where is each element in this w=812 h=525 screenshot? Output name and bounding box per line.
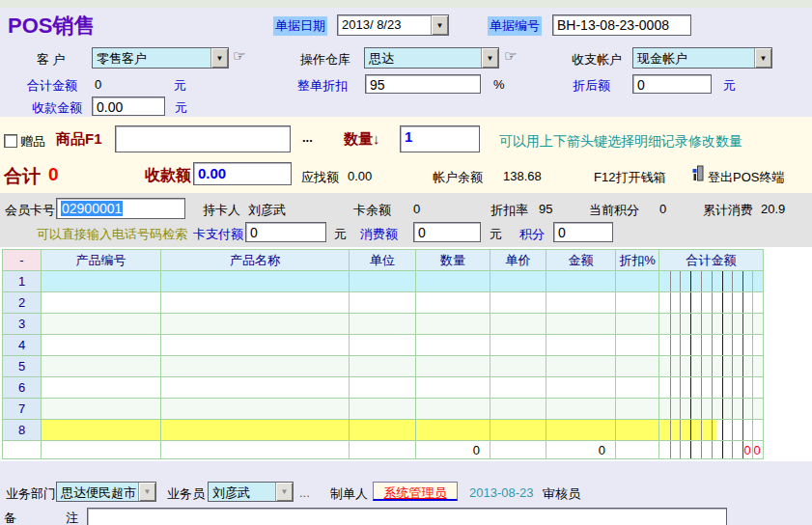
grid-cell[interactable]	[659, 271, 764, 292]
maker-value-box[interactable]: 系统管理员	[373, 482, 458, 501]
grid-cell[interactable]	[42, 420, 161, 441]
grid-cell[interactable]	[659, 292, 764, 314]
grid-cell[interactable]	[42, 399, 161, 420]
grid-cell[interactable]	[490, 356, 546, 377]
open-drawer-button[interactable]: F12打开钱箱	[594, 169, 665, 186]
chevron-down-icon[interactable]: ▼	[431, 15, 448, 35]
salesman-combobox[interactable]: 刘彦武 ▼	[208, 482, 294, 502]
grid-cell[interactable]	[350, 335, 416, 356]
logout-button[interactable]: 登出POS终端	[708, 169, 784, 186]
grid-cell[interactable]	[490, 292, 546, 314]
grid-cell[interactable]	[416, 314, 490, 335]
product-lookup-button[interactable]: ...	[302, 130, 313, 145]
grid-cell[interactable]	[546, 377, 616, 399]
grid-cell[interactable]	[161, 356, 350, 377]
row-number-cell[interactable]: 3	[3, 314, 42, 335]
grid-cell[interactable]	[546, 420, 616, 441]
grid-cell[interactable]	[616, 399, 659, 420]
doc-date-combobox[interactable]: 2013/ 8/23 ▼	[337, 14, 449, 36]
remark-input[interactable]	[87, 508, 727, 525]
chevron-down-icon[interactable]: ▼	[210, 48, 228, 68]
received-amount-input[interactable]: 0.00	[92, 97, 165, 116]
grid-cell[interactable]	[161, 399, 350, 420]
chevron-down-icon[interactable]: ▼	[754, 48, 771, 68]
grid-cell[interactable]	[42, 377, 161, 399]
doc-number-input[interactable]: BH-13-08-23-0008	[552, 14, 691, 36]
grid-cell[interactable]	[416, 420, 490, 441]
grid-cell[interactable]	[350, 314, 416, 335]
customer-combobox[interactable]: 零售客户 ▼	[92, 47, 229, 69]
receipt-input[interactable]: 0.00	[193, 162, 292, 185]
grid-cell[interactable]	[490, 399, 546, 420]
warehouse-combobox[interactable]: 思达 ▼	[364, 47, 499, 69]
grid-cell[interactable]	[161, 271, 350, 292]
row-number-cell[interactable]: 1	[3, 271, 42, 292]
grid-cell[interactable]	[350, 271, 416, 292]
quantity-input[interactable]: 1	[400, 125, 480, 152]
grid-cell[interactable]	[616, 420, 659, 441]
grid-cell[interactable]	[659, 399, 764, 420]
chevron-down-icon[interactable]: ▼	[275, 483, 293, 501]
grid-cell[interactable]	[416, 271, 490, 292]
grid-cell[interactable]	[616, 292, 659, 314]
grid-cell[interactable]	[416, 356, 490, 377]
grid-cell[interactable]	[42, 356, 161, 377]
grid-cell[interactable]	[616, 335, 659, 356]
row-number-cell[interactable]: 7	[3, 399, 42, 420]
card-pay-input[interactable]: 0	[245, 222, 326, 242]
grid-cell[interactable]	[350, 377, 416, 399]
grid-cell[interactable]	[350, 420, 416, 441]
grid-cell[interactable]	[42, 292, 161, 314]
department-combobox[interactable]: 思达便民超市 ▼	[56, 482, 156, 502]
grid-cell[interactable]	[546, 399, 616, 420]
grid-cell[interactable]	[616, 314, 659, 335]
account-combobox[interactable]: 现金帐户 ▼	[632, 47, 772, 69]
order-discount-input[interactable]: 95	[365, 74, 481, 94]
grid-cell[interactable]	[416, 335, 490, 356]
grid-cell[interactable]	[546, 314, 616, 335]
row-number-cell[interactable]: 5	[3, 356, 42, 377]
row-number-cell[interactable]: 6	[3, 377, 42, 399]
row-number-cell[interactable]: 8	[3, 420, 42, 441]
after-discount-input[interactable]: 0	[632, 74, 712, 94]
grid-cell[interactable]	[416, 377, 490, 399]
consume-input[interactable]: 0	[413, 222, 481, 242]
grid-cell[interactable]	[659, 335, 764, 356]
grid-cell[interactable]	[546, 292, 616, 314]
grid-cell[interactable]	[42, 271, 161, 292]
grid-cell[interactable]	[161, 377, 350, 399]
grid-cell[interactable]	[546, 271, 616, 292]
member-card-input[interactable]: 02900001	[56, 198, 185, 219]
grid-cell[interactable]	[350, 399, 416, 420]
grid-cell[interactable]	[546, 335, 616, 356]
product-input[interactable]	[115, 125, 291, 152]
grid-cell[interactable]	[490, 335, 546, 356]
grid-cell[interactable]	[161, 314, 350, 335]
hand-pointer-icon[interactable]: ☞	[504, 47, 517, 65]
grid-cell[interactable]	[616, 356, 659, 377]
grid-cell[interactable]	[161, 292, 350, 314]
hand-pointer-icon[interactable]: ☞	[233, 47, 245, 65]
logout-icon[interactable]	[691, 165, 704, 184]
grid-cell[interactable]	[416, 399, 490, 420]
grid-cell[interactable]	[490, 314, 546, 335]
gift-checkbox[interactable]	[4, 134, 17, 148]
grid-cell[interactable]	[350, 356, 416, 377]
grid-cell[interactable]	[616, 377, 659, 399]
grid-cell[interactable]	[659, 356, 764, 377]
grid-cell[interactable]	[161, 420, 350, 441]
grid-cell[interactable]	[546, 356, 616, 377]
grid-cell[interactable]	[416, 292, 490, 314]
grid-cell[interactable]	[42, 335, 161, 356]
points-input[interactable]: 0	[553, 222, 613, 242]
grid-cell[interactable]	[161, 335, 350, 356]
grid-cell[interactable]	[490, 420, 546, 441]
grid-cell[interactable]	[350, 292, 416, 314]
chevron-down-icon[interactable]: ▼	[481, 48, 498, 68]
grid-cell[interactable]	[490, 377, 546, 399]
salesman-lookup-button[interactable]: ...	[299, 485, 310, 500]
row-number-cell[interactable]: 2	[3, 292, 42, 314]
grid-cell[interactable]	[490, 271, 546, 292]
grid-cell[interactable]	[659, 314, 764, 335]
grid-cell[interactable]	[616, 271, 659, 292]
